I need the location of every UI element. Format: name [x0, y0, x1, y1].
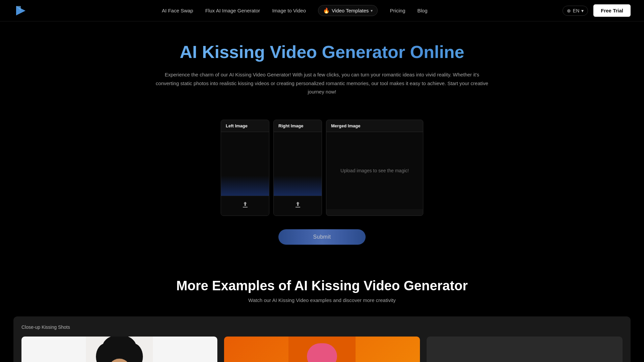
- hero-title: AI Kissing Video Generator Online: [13, 42, 631, 62]
- right-panel-header: Right Image: [274, 120, 322, 132]
- right-panel-content: [274, 132, 322, 196]
- examples-title: More Examples of AI Kissing Video Genera…: [13, 278, 631, 293]
- examples-grid: [21, 337, 623, 362]
- main-nav: AI Face Swap Flux AI Image Generator Ima…: [162, 5, 428, 16]
- header-right: ⊕ EN ▾ Free Trial: [562, 4, 631, 17]
- left-upload-area[interactable]: [221, 196, 269, 216]
- nav-flux-ai[interactable]: Flux AI Image Generator: [205, 8, 260, 13]
- submit-button[interactable]: Submit: [278, 229, 366, 245]
- header: AI Face Swap Flux AI Image Generator Ima…: [0, 0, 644, 21]
- examples-section: More Examples of AI Kissing Video Genera…: [0, 258, 644, 362]
- left-upload-icon[interactable]: [241, 201, 249, 211]
- nav-video-templates-label: Video Templates: [332, 8, 369, 13]
- right-upload-icon[interactable]: [294, 201, 302, 211]
- lang-selector[interactable]: ⊕ EN ▾: [562, 6, 588, 16]
- examples-container: Close-up Kissing Shots: [13, 316, 631, 362]
- nav-pricing[interactable]: Pricing: [390, 8, 405, 13]
- left-gradient: [221, 176, 269, 196]
- merged-image-panel: Merged Image Upload images to see the ma…: [326, 120, 423, 216]
- right-upload-area[interactable]: [274, 196, 322, 216]
- lang-chevron-icon: ▾: [581, 8, 584, 13]
- left-panel-content: [221, 132, 269, 196]
- upload-section: Left Image Right Image: [0, 110, 644, 223]
- examples-subtitle: Watch our AI Kissing Video examples and …: [13, 297, 631, 303]
- left-panel-header: Left Image: [221, 120, 269, 132]
- example-card-1[interactable]: [21, 337, 217, 362]
- merged-placeholder-text: Upload images to see the magic!: [334, 161, 416, 180]
- svg-rect-15: [491, 337, 558, 362]
- left-image-panel: Left Image: [221, 120, 269, 216]
- example-card-2[interactable]: [224, 337, 420, 362]
- chevron-down-icon: ▾: [371, 8, 373, 13]
- merged-panel-header: Merged Image: [326, 120, 423, 132]
- fire-icon: 🔥: [323, 7, 330, 14]
- main-content: AI Kissing Video Generator Online Experi…: [0, 0, 644, 362]
- nav-video-templates[interactable]: 🔥 Video Templates ▾: [318, 5, 378, 16]
- merged-panel-content: Upload images to see the magic!: [326, 132, 423, 209]
- right-gradient: [274, 176, 322, 196]
- nav-ai-face-swap[interactable]: AI Face Swap: [162, 8, 193, 13]
- examples-category: Close-up Kissing Shots: [21, 324, 623, 330]
- logo[interactable]: [13, 4, 27, 17]
- lang-label: EN: [573, 8, 579, 13]
- logo-icon: [13, 4, 27, 17]
- submit-container: Submit: [0, 223, 644, 258]
- hero-section: AI Kissing Video Generator Online Experi…: [0, 21, 644, 110]
- globe-icon: ⊕: [567, 8, 571, 13]
- free-trial-button[interactable]: Free Trial: [593, 4, 631, 17]
- right-image-panel: Right Image: [273, 120, 322, 216]
- example-card-3[interactable]: [427, 337, 623, 362]
- nav-blog[interactable]: Blog: [417, 8, 427, 13]
- hero-description: Experience the charm of our AI Kissing V…: [154, 70, 490, 96]
- nav-image-to-video[interactable]: Image to Video: [272, 8, 306, 13]
